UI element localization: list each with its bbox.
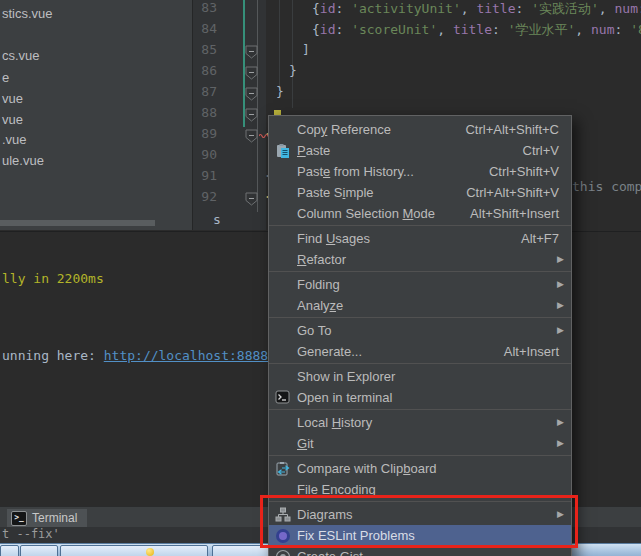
code-line[interactable]: {id: 'scoreUnit', title: '学业水平', num: '8… (266, 21, 641, 42)
diagrams-icon (274, 506, 292, 523)
localhost-link[interactable]: http://localhost:8888 (104, 348, 268, 363)
code-token: '85' (630, 22, 641, 37)
submenu-arrow-icon: ▶ (557, 510, 564, 519)
menu-item-paste[interactable]: PasteCtrl+V (269, 140, 571, 161)
taskbar-button[interactable] (60, 545, 208, 556)
menu-item-generate[interactable]: Generate...Alt+Insert (269, 341, 571, 362)
menu-item-git[interactable]: Git▶ (269, 433, 571, 454)
fold-marker-icon[interactable] (245, 87, 258, 101)
file-item[interactable]: e (2, 69, 9, 87)
code-token: , (599, 1, 615, 16)
code-line[interactable]: } (266, 84, 284, 105)
menu-item-label: Paste from History... (297, 164, 471, 179)
line-number: 90 (193, 147, 217, 168)
tree-horizontal-scrollbar[interactable] (0, 220, 155, 226)
menu-item-analyze[interactable]: Analyze▶ (269, 295, 571, 316)
eslint-icon (274, 527, 292, 544)
fold-marker-icon[interactable] (245, 66, 258, 80)
line-number: 84 (193, 21, 217, 42)
menu-item-label: Paste Simple (297, 185, 448, 200)
ide-window: stics.vuecs.vueevuevue.vueule.vue 838485… (0, 0, 641, 556)
git-change-marker (243, 0, 245, 127)
fold-marker-icon[interactable] (245, 192, 258, 206)
menu-item-label: Analyze (297, 298, 559, 313)
gist-icon (274, 548, 292, 556)
menu-item-label: Fix ESLint Problems (297, 528, 559, 543)
menu-item-label: Folding (297, 277, 559, 292)
status-text: t --fix' (2, 527, 60, 543)
menu-item-label: Create Gist (297, 549, 559, 556)
line-number: 89 (193, 126, 217, 147)
code-token: id (320, 1, 336, 16)
code-fragment: s (213, 212, 221, 227)
code-token: } (276, 84, 284, 99)
menu-shortcut: Alt+Shift+Insert (470, 206, 559, 221)
code-token: } (289, 63, 297, 78)
file-item[interactable]: stics.vue (2, 5, 53, 23)
submenu-arrow-icon: ▶ (557, 326, 564, 335)
code-token: num (591, 22, 614, 37)
menu-shortcut: Ctrl+V (523, 143, 559, 158)
menu-item-create-gist[interactable]: Create Gist (269, 546, 571, 556)
menu-item-paste-simple[interactable]: Paste SimpleCtrl+Alt+Shift+V (269, 182, 571, 203)
fold-marker-icon[interactable] (245, 129, 258, 143)
menu-item-label: Generate... (297, 344, 486, 359)
menu-item-folding[interactable]: Folding▶ (269, 274, 571, 295)
code-line[interactable]: ] (266, 42, 310, 63)
menu-item-label: Git (297, 436, 559, 451)
menu-item-copy-reference[interactable]: Copy ReferenceCtrl+Alt+Shift+C (269, 119, 571, 140)
menu-item-diagrams[interactable]: Diagrams▶ (269, 504, 571, 525)
menu-shortcut: Ctrl+Alt+Shift+C (465, 122, 559, 137)
menu-item-paste-from-history[interactable]: Paste from History...Ctrl+Shift+V (269, 161, 571, 182)
file-item[interactable]: vue (2, 111, 23, 129)
submenu-arrow-icon: ▶ (557, 280, 564, 289)
terminal-tab[interactable]: >_ Terminal (7, 509, 87, 527)
file-item[interactable]: cs.vue (2, 47, 40, 65)
menu-shortcut: Alt+Insert (504, 344, 559, 359)
submenu-arrow-icon: ▶ (557, 301, 564, 310)
menu-item-fix-eslint-problems[interactable]: Fix ESLint Problems (269, 525, 571, 546)
code-token: : (335, 22, 351, 37)
menu-item-find-usages[interactable]: Find UsagesAlt+F7 (269, 228, 571, 249)
menu-item-show-in-explorer[interactable]: Show in Explorer (269, 366, 571, 387)
code-line[interactable]: } (266, 63, 297, 84)
taskbar-button[interactable] (20, 545, 58, 556)
menu-item-refactor[interactable]: Refactor▶ (269, 249, 571, 270)
code-token: num (614, 1, 637, 16)
menu-item-label: Compare with Clipboard (297, 461, 559, 476)
taskbar-button[interactable] (0, 545, 19, 556)
menu-item-local-history[interactable]: Local History▶ (269, 412, 571, 433)
menu-item-label: File Encoding (297, 482, 559, 497)
file-item[interactable]: ule.vue (2, 152, 44, 170)
terminal-output-line: unning here: http://localhost:8888 (2, 348, 268, 362)
menu-item-go-to[interactable]: Go To▶ (269, 320, 571, 341)
code-token: '实践活动' (531, 1, 599, 16)
fold-marker-icon[interactable] (245, 45, 258, 59)
menu-item-open-in-terminal[interactable]: Open in terminal (269, 387, 571, 408)
menu-item-label: Open in terminal (297, 390, 559, 405)
code-token: { (312, 1, 320, 16)
terminal-text: lly in 2200ms (2, 271, 104, 286)
terminal-tab-label: Terminal (32, 511, 77, 525)
code-token: : (614, 22, 630, 37)
code-fragment: this compo (572, 179, 641, 194)
code-token: title (453, 22, 492, 37)
fold-guide-line (257, 0, 258, 212)
terminal-icon (274, 389, 292, 406)
menu-item-compare-with-clipboard[interactable]: Compare with Clipboard (269, 458, 571, 479)
menu-item-file-encoding[interactable]: File Encoding (269, 479, 571, 500)
code-token: 'activityUnit' (351, 1, 461, 16)
project-tree-panel: stics.vuecs.vueevuevue.vueule.vue (0, 0, 193, 230)
file-item[interactable]: vue (2, 90, 23, 108)
menu-item-label: Go To (297, 323, 559, 338)
code-token: id (320, 22, 336, 37)
menu-shortcut: Ctrl+Alt+Shift+V (466, 185, 559, 200)
app-icon (146, 548, 154, 556)
code-token: ] (302, 42, 310, 57)
code-line[interactable]: {id: 'activityUnit', title: '实践活动', num:… (266, 0, 641, 21)
terminal-icon: >_ (11, 511, 27, 526)
fold-marker-icon[interactable] (245, 108, 258, 122)
menu-item-column-selection-mode[interactable]: Column Selection ModeAlt+Shift+Insert (269, 203, 571, 224)
file-item[interactable]: .vue (2, 131, 27, 149)
terminal-output-line: lly in 2200ms (2, 271, 104, 285)
